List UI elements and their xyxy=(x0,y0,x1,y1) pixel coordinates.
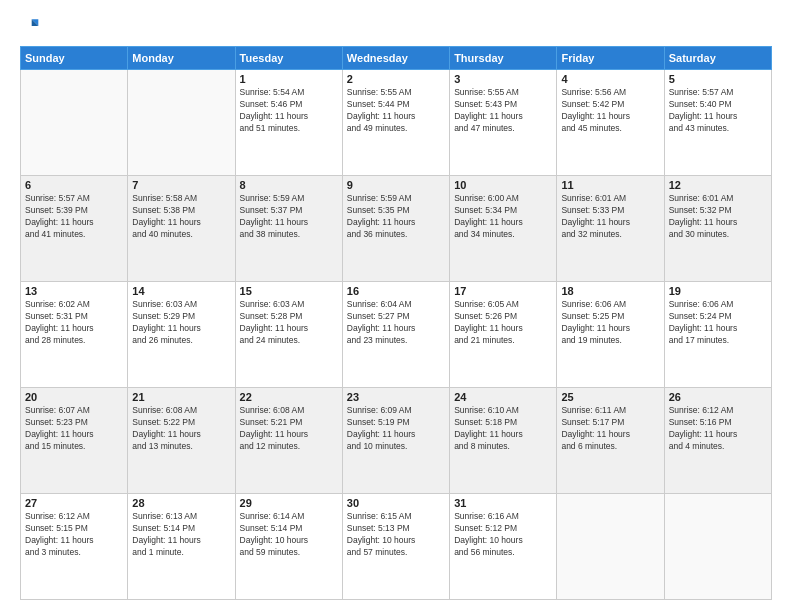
day-info: Sunrise: 6:09 AMSunset: 5:19 PMDaylight:… xyxy=(347,405,445,453)
day-cell: 22Sunrise: 6:08 AMSunset: 5:21 PMDayligh… xyxy=(235,388,342,494)
day-number: 20 xyxy=(25,391,123,403)
day-number: 6 xyxy=(25,179,123,191)
week-row-4: 20Sunrise: 6:07 AMSunset: 5:23 PMDayligh… xyxy=(21,388,772,494)
day-number: 3 xyxy=(454,73,552,85)
weekday-friday: Friday xyxy=(557,47,664,70)
day-info: Sunrise: 6:08 AMSunset: 5:22 PMDaylight:… xyxy=(132,405,230,453)
day-cell xyxy=(128,70,235,176)
week-row-3: 13Sunrise: 6:02 AMSunset: 5:31 PMDayligh… xyxy=(21,282,772,388)
day-info: Sunrise: 6:07 AMSunset: 5:23 PMDaylight:… xyxy=(25,405,123,453)
day-info: Sunrise: 6:03 AMSunset: 5:29 PMDaylight:… xyxy=(132,299,230,347)
day-cell: 12Sunrise: 6:01 AMSunset: 5:32 PMDayligh… xyxy=(664,176,771,282)
day-number: 17 xyxy=(454,285,552,297)
weekday-saturday: Saturday xyxy=(664,47,771,70)
day-cell: 3Sunrise: 5:55 AMSunset: 5:43 PMDaylight… xyxy=(450,70,557,176)
day-info: Sunrise: 5:56 AMSunset: 5:42 PMDaylight:… xyxy=(561,87,659,135)
day-cell: 28Sunrise: 6:13 AMSunset: 5:14 PMDayligh… xyxy=(128,494,235,600)
day-cell: 16Sunrise: 6:04 AMSunset: 5:27 PMDayligh… xyxy=(342,282,449,388)
day-cell: 1Sunrise: 5:54 AMSunset: 5:46 PMDaylight… xyxy=(235,70,342,176)
day-info: Sunrise: 6:13 AMSunset: 5:14 PMDaylight:… xyxy=(132,511,230,559)
week-row-2: 6Sunrise: 5:57 AMSunset: 5:39 PMDaylight… xyxy=(21,176,772,282)
day-info: Sunrise: 5:59 AMSunset: 5:35 PMDaylight:… xyxy=(347,193,445,241)
day-info: Sunrise: 5:57 AMSunset: 5:40 PMDaylight:… xyxy=(669,87,767,135)
day-number: 2 xyxy=(347,73,445,85)
day-info: Sunrise: 6:06 AMSunset: 5:24 PMDaylight:… xyxy=(669,299,767,347)
page: SundayMondayTuesdayWednesdayThursdayFrid… xyxy=(0,0,792,612)
day-cell: 10Sunrise: 6:00 AMSunset: 5:34 PMDayligh… xyxy=(450,176,557,282)
weekday-monday: Monday xyxy=(128,47,235,70)
day-info: Sunrise: 6:15 AMSunset: 5:13 PMDaylight:… xyxy=(347,511,445,559)
day-cell: 8Sunrise: 5:59 AMSunset: 5:37 PMDaylight… xyxy=(235,176,342,282)
day-cell: 2Sunrise: 5:55 AMSunset: 5:44 PMDaylight… xyxy=(342,70,449,176)
day-cell: 5Sunrise: 5:57 AMSunset: 5:40 PMDaylight… xyxy=(664,70,771,176)
day-cell: 30Sunrise: 6:15 AMSunset: 5:13 PMDayligh… xyxy=(342,494,449,600)
day-cell: 31Sunrise: 6:16 AMSunset: 5:12 PMDayligh… xyxy=(450,494,557,600)
day-info: Sunrise: 6:08 AMSunset: 5:21 PMDaylight:… xyxy=(240,405,338,453)
weekday-header-row: SundayMondayTuesdayWednesdayThursdayFrid… xyxy=(21,47,772,70)
weekday-tuesday: Tuesday xyxy=(235,47,342,70)
day-number: 11 xyxy=(561,179,659,191)
day-info: Sunrise: 6:06 AMSunset: 5:25 PMDaylight:… xyxy=(561,299,659,347)
day-info: Sunrise: 6:01 AMSunset: 5:33 PMDaylight:… xyxy=(561,193,659,241)
logo xyxy=(20,16,44,36)
day-cell: 13Sunrise: 6:02 AMSunset: 5:31 PMDayligh… xyxy=(21,282,128,388)
day-info: Sunrise: 5:57 AMSunset: 5:39 PMDaylight:… xyxy=(25,193,123,241)
day-cell: 20Sunrise: 6:07 AMSunset: 5:23 PMDayligh… xyxy=(21,388,128,494)
day-info: Sunrise: 5:54 AMSunset: 5:46 PMDaylight:… xyxy=(240,87,338,135)
day-number: 12 xyxy=(669,179,767,191)
day-number: 10 xyxy=(454,179,552,191)
day-info: Sunrise: 6:10 AMSunset: 5:18 PMDaylight:… xyxy=(454,405,552,453)
day-number: 13 xyxy=(25,285,123,297)
day-number: 4 xyxy=(561,73,659,85)
day-info: Sunrise: 6:05 AMSunset: 5:26 PMDaylight:… xyxy=(454,299,552,347)
day-cell xyxy=(664,494,771,600)
weekday-thursday: Thursday xyxy=(450,47,557,70)
day-number: 31 xyxy=(454,497,552,509)
day-number: 29 xyxy=(240,497,338,509)
day-number: 14 xyxy=(132,285,230,297)
day-cell: 11Sunrise: 6:01 AMSunset: 5:33 PMDayligh… xyxy=(557,176,664,282)
day-number: 18 xyxy=(561,285,659,297)
day-number: 9 xyxy=(347,179,445,191)
day-cell: 14Sunrise: 6:03 AMSunset: 5:29 PMDayligh… xyxy=(128,282,235,388)
day-cell: 18Sunrise: 6:06 AMSunset: 5:25 PMDayligh… xyxy=(557,282,664,388)
day-cell: 25Sunrise: 6:11 AMSunset: 5:17 PMDayligh… xyxy=(557,388,664,494)
day-number: 28 xyxy=(132,497,230,509)
day-cell: 24Sunrise: 6:10 AMSunset: 5:18 PMDayligh… xyxy=(450,388,557,494)
day-cell: 23Sunrise: 6:09 AMSunset: 5:19 PMDayligh… xyxy=(342,388,449,494)
day-number: 1 xyxy=(240,73,338,85)
day-cell: 29Sunrise: 6:14 AMSunset: 5:14 PMDayligh… xyxy=(235,494,342,600)
day-cell: 15Sunrise: 6:03 AMSunset: 5:28 PMDayligh… xyxy=(235,282,342,388)
day-info: Sunrise: 6:12 AMSunset: 5:16 PMDaylight:… xyxy=(669,405,767,453)
day-cell: 27Sunrise: 6:12 AMSunset: 5:15 PMDayligh… xyxy=(21,494,128,600)
day-info: Sunrise: 6:11 AMSunset: 5:17 PMDaylight:… xyxy=(561,405,659,453)
day-number: 16 xyxy=(347,285,445,297)
day-cell xyxy=(557,494,664,600)
day-number: 5 xyxy=(669,73,767,85)
day-cell: 19Sunrise: 6:06 AMSunset: 5:24 PMDayligh… xyxy=(664,282,771,388)
day-cell: 21Sunrise: 6:08 AMSunset: 5:22 PMDayligh… xyxy=(128,388,235,494)
day-cell: 17Sunrise: 6:05 AMSunset: 5:26 PMDayligh… xyxy=(450,282,557,388)
day-number: 19 xyxy=(669,285,767,297)
day-info: Sunrise: 5:55 AMSunset: 5:43 PMDaylight:… xyxy=(454,87,552,135)
day-info: Sunrise: 6:01 AMSunset: 5:32 PMDaylight:… xyxy=(669,193,767,241)
day-cell xyxy=(21,70,128,176)
header xyxy=(20,16,772,36)
day-info: Sunrise: 6:03 AMSunset: 5:28 PMDaylight:… xyxy=(240,299,338,347)
day-cell: 4Sunrise: 5:56 AMSunset: 5:42 PMDaylight… xyxy=(557,70,664,176)
day-number: 8 xyxy=(240,179,338,191)
day-info: Sunrise: 5:59 AMSunset: 5:37 PMDaylight:… xyxy=(240,193,338,241)
week-row-5: 27Sunrise: 6:12 AMSunset: 5:15 PMDayligh… xyxy=(21,494,772,600)
weekday-wednesday: Wednesday xyxy=(342,47,449,70)
day-info: Sunrise: 5:55 AMSunset: 5:44 PMDaylight:… xyxy=(347,87,445,135)
day-cell: 6Sunrise: 5:57 AMSunset: 5:39 PMDaylight… xyxy=(21,176,128,282)
week-row-1: 1Sunrise: 5:54 AMSunset: 5:46 PMDaylight… xyxy=(21,70,772,176)
day-number: 26 xyxy=(669,391,767,403)
day-info: Sunrise: 5:58 AMSunset: 5:38 PMDaylight:… xyxy=(132,193,230,241)
day-number: 24 xyxy=(454,391,552,403)
day-info: Sunrise: 6:16 AMSunset: 5:12 PMDaylight:… xyxy=(454,511,552,559)
weekday-sunday: Sunday xyxy=(21,47,128,70)
day-cell: 26Sunrise: 6:12 AMSunset: 5:16 PMDayligh… xyxy=(664,388,771,494)
day-number: 15 xyxy=(240,285,338,297)
day-info: Sunrise: 6:02 AMSunset: 5:31 PMDaylight:… xyxy=(25,299,123,347)
